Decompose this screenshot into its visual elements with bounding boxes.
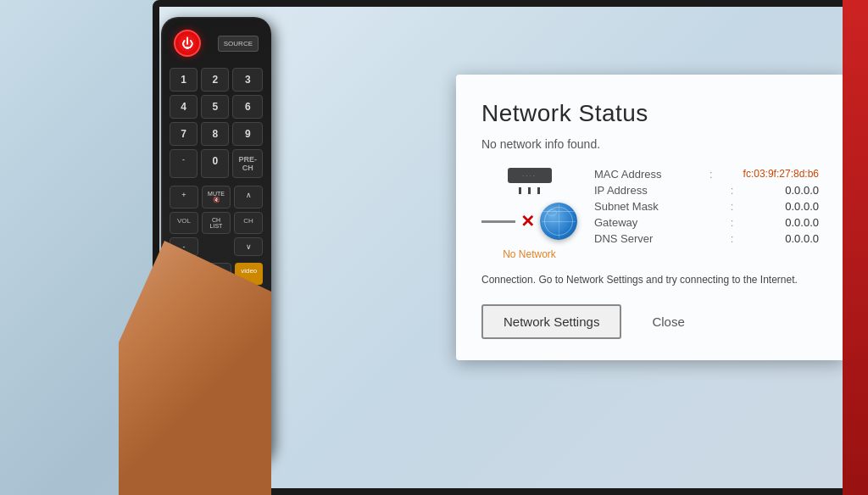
dialog-subtitle: No network info found.: [481, 137, 819, 151]
network-info: MAC Address : fc:03:9f:27:8d:b6 IP Addre…: [594, 168, 819, 248]
vol-label: VOL: [170, 212, 198, 234]
dns-server-row: DNS Server : 0.0.0.0: [594, 232, 819, 245]
network-diagram: ···· ✕: [481, 168, 577, 260]
num-4-button[interactable]: 4: [170, 95, 198, 119]
globe-icon: [540, 203, 577, 240]
right-object: [843, 0, 868, 495]
x-mark: ✕: [520, 211, 535, 231]
dialog-title: Network Status: [481, 100, 819, 127]
network-status-dialog: Network Status No network info found. ··…: [456, 75, 844, 360]
mac-address-label: MAC Address: [594, 168, 679, 181]
gateway-label: Gateway: [594, 216, 679, 229]
number-pad: 1 2 3 4 5 6 7 8 9 - 0 PRE-CH: [161, 64, 271, 182]
no-network-label: No Network: [503, 248, 556, 260]
num-3-button[interactable]: 3: [232, 68, 263, 92]
mac-address-row: MAC Address : fc:03:9f:27:8d:b6: [594, 168, 819, 181]
source-label: SOURCE: [224, 40, 253, 47]
remote-control: ⏻ SOURCE 1 2 3 4 5 6 7 8 9 - 0 PRE-CH: [119, 0, 305, 495]
num-6-button[interactable]: 6: [232, 95, 263, 119]
gateway-value: 0.0.0.0: [785, 216, 819, 229]
ch-list-button[interactable]: CHLIST: [202, 212, 231, 234]
close-button[interactable]: Close: [638, 306, 698, 337]
network-settings-button[interactable]: Network Settings: [481, 304, 621, 339]
subnet-mask-value: 0.0.0.0: [785, 200, 819, 213]
pre-ch-button[interactable]: PRE-CH: [232, 149, 263, 178]
subnet-mask-row: Subnet Mask : 0.0.0.0: [594, 200, 819, 213]
ip-address-row: IP Address : 0.0.0.0: [594, 184, 819, 197]
ip-address-value: 0.0.0.0: [785, 184, 819, 197]
mac-address-value: fc:03:9f:27:8d:b6: [743, 168, 819, 181]
connection-status: ✕: [481, 203, 577, 240]
connection-message: Connection. Go to Network Settings and t…: [481, 273, 819, 287]
num-7-button[interactable]: 7: [170, 122, 198, 146]
dns-server-value: 0.0.0.0: [785, 232, 819, 245]
tv-screen: Network Status No network info found. ··…: [0, 0, 868, 495]
remote-top-section: ⏻ SOURCE: [161, 17, 271, 64]
num-0-button[interactable]: 0: [201, 149, 229, 178]
power-icon: ⏻: [181, 36, 193, 50]
ip-address-label: IP Address: [594, 184, 679, 197]
ch-down-button[interactable]: ∨: [234, 237, 263, 256]
dash-button[interactable]: -: [170, 149, 198, 178]
subnet-mask-label: Subnet Mask: [594, 200, 679, 213]
dialog-buttons: Network Settings Close: [481, 304, 819, 339]
num-8-button[interactable]: 8: [201, 122, 229, 146]
dialog-content: ···· ✕: [481, 168, 819, 260]
power-button[interactable]: ⏻: [174, 30, 201, 57]
source-button[interactable]: SOURCE: [218, 36, 259, 52]
dns-server-label: DNS Server: [594, 232, 679, 245]
num-5-button[interactable]: 5: [201, 95, 229, 119]
num-9-button[interactable]: 9: [232, 122, 263, 146]
num-2-button[interactable]: 2: [201, 68, 229, 92]
ch-up-button[interactable]: ∧: [234, 186, 263, 209]
mute-button[interactable]: MUTE🔇: [202, 186, 231, 209]
ch-label: CH: [234, 212, 263, 234]
gateway-row: Gateway : 0.0.0.0: [594, 216, 819, 229]
num-1-button[interactable]: 1: [170, 68, 198, 92]
router-icon: ····: [508, 168, 552, 194]
vol-plus-button[interactable]: +: [170, 186, 198, 209]
